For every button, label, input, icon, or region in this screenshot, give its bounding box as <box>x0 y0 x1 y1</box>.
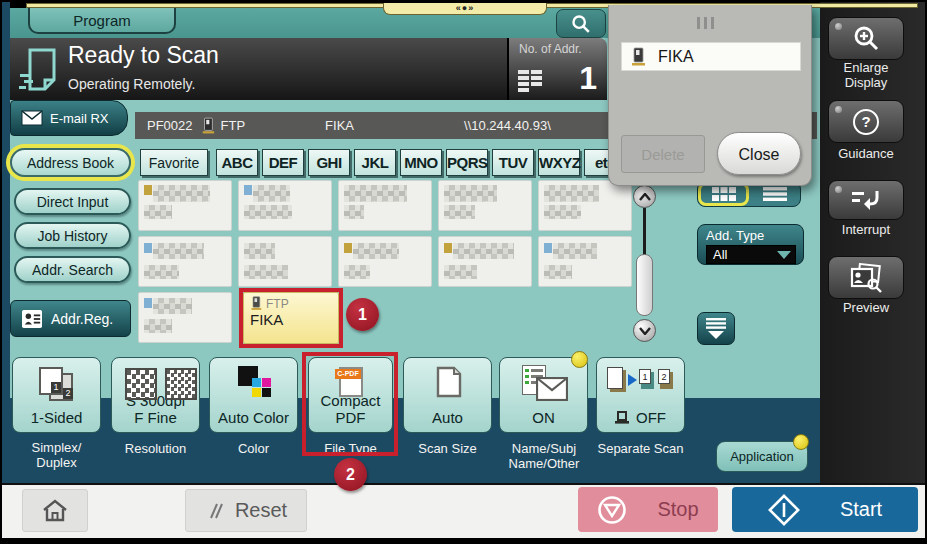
envelope-icon <box>21 110 43 126</box>
led-dot <box>835 23 842 30</box>
menu-addr-reg[interactable]: Addr.Reg. <box>10 300 131 337</box>
led-dot <box>835 186 842 193</box>
scan-document-icon <box>18 46 62 96</box>
tab-def[interactable]: DEF <box>262 149 304 176</box>
separate-scan-value-row: OFF <box>615 409 666 426</box>
start-label: Start <box>840 498 882 521</box>
address-card-redacted[interactable] <box>138 292 232 343</box>
arrow-right-icon <box>628 374 637 386</box>
address-card-redacted[interactable] <box>138 180 232 231</box>
simplex-duplex-button[interactable]: 1 2 1-Sided <box>12 357 101 433</box>
grid-view-icon <box>711 186 737 202</box>
paper-icon <box>436 366 462 398</box>
enlarge-display-label: Enlarge Display <box>820 60 912 90</box>
scan-size-button[interactable]: Auto <box>403 357 492 433</box>
scanner-glyph-icon <box>615 411 629 424</box>
envelope-icon <box>536 377 568 401</box>
address-list-icon <box>517 68 543 94</box>
tab-wxyz[interactable]: WXYZ <box>538 149 580 176</box>
annotation-rect-step2 <box>302 352 398 456</box>
popup-item-fika[interactable]: FIKA <box>621 42 801 71</box>
separate-scan-value: OFF <box>636 409 666 426</box>
color-button[interactable]: Auto Color <box>209 357 298 433</box>
home-button[interactable] <box>22 489 88 532</box>
tab-pqrs[interactable]: PQRS <box>446 149 488 176</box>
destination-name: FIKA <box>325 118 354 133</box>
stop-icon <box>597 495 627 525</box>
ftp-server-icon <box>630 47 646 67</box>
menu-addr-search[interactable]: Addr. Search <box>14 256 131 283</box>
annotation-badge-step2: 2 <box>334 458 367 491</box>
expand-list-button[interactable] <box>697 312 735 345</box>
add-type-dropdown[interactable]: All <box>706 245 796 264</box>
start-button[interactable]: Start <box>732 487 918 532</box>
destination-protocol: FTP <box>221 118 246 133</box>
tab-tuv[interactable]: TUV <box>492 149 534 176</box>
tab-abc[interactable]: ABC <box>216 149 258 176</box>
close-button[interactable]: Close <box>717 132 801 175</box>
address-card-redacted[interactable] <box>338 236 432 287</box>
address-card-redacted[interactable] <box>338 180 432 231</box>
no-of-addr-box: No. of Addr. 1 <box>507 38 607 100</box>
address-card-redacted[interactable] <box>538 180 632 231</box>
interrupt-icon <box>851 189 881 211</box>
popup-drag-handle[interactable] <box>697 17 714 29</box>
address-card-redacted[interactable] <box>138 236 232 287</box>
reset-button[interactable]: Reset <box>185 489 307 532</box>
menu-direct-input[interactable]: Direct Input <box>14 188 131 215</box>
scroll-down-button[interactable] <box>633 319 656 342</box>
delete-button[interactable]: Delete <box>621 135 705 173</box>
status-header: Ready to Scan Operating Remotely. <box>10 38 507 100</box>
preview-button[interactable] <box>828 256 904 299</box>
pull-down-handle[interactable]: «●» <box>383 3 547 15</box>
add-type-box: Add. Type All <box>697 224 804 265</box>
address-card-redacted[interactable] <box>438 236 532 287</box>
tab-ghi[interactable]: GHI <box>308 149 350 176</box>
triangle-down-icon <box>708 331 724 339</box>
list-view-icon <box>762 186 788 202</box>
interrupt-button[interactable] <box>828 180 904 220</box>
color-value: Auto Color <box>218 409 289 426</box>
separate-scan-label: Separate Scan <box>596 441 685 456</box>
tab-jkl[interactable]: JKL <box>354 149 396 176</box>
tab-mno[interactable]: MNO <box>400 149 442 176</box>
reset-slashes-icon <box>205 502 223 520</box>
list-lines-icon <box>706 318 726 329</box>
popup-item-name: FIKA <box>658 48 694 66</box>
left-frame <box>2 2 10 483</box>
menu-address-book[interactable]: Address Book <box>10 148 131 177</box>
email-rx-button[interactable]: E-mail RX <box>10 100 128 136</box>
name-subject-icon <box>522 365 568 401</box>
search-button[interactable] <box>556 9 606 38</box>
menu-job-history[interactable]: Job History <box>14 222 131 249</box>
simplex-label: Simplex/ Duplex <box>12 440 101 470</box>
menu-addr-reg-label: Addr.Reg. <box>51 311 113 327</box>
enlarge-display-button[interactable] <box>828 17 904 60</box>
address-card-redacted[interactable] <box>238 180 332 231</box>
tab-favorite[interactable]: Favorite <box>140 149 208 176</box>
scrollbar-thumb[interactable] <box>636 254 653 316</box>
chevron-down-icon <box>639 327 651 335</box>
guidance-button[interactable]: ? <box>828 100 904 143</box>
separate-scan-icon: 1 2 <box>607 367 677 395</box>
add-type-label: Add. Type <box>706 228 764 243</box>
scroll-up-button[interactable] <box>633 185 656 208</box>
scan-size-value: Auto <box>432 409 463 426</box>
program-tab[interactable]: Program <box>28 8 176 34</box>
reset-label: Reset <box>235 499 287 522</box>
address-card-redacted[interactable] <box>538 236 632 287</box>
address-card-redacted[interactable] <box>238 236 332 287</box>
separate-scan-button[interactable]: 1 2 OFF <box>596 357 685 433</box>
simplex-value: 1-Sided <box>31 409 83 426</box>
scrollbar-track[interactable] <box>643 208 646 256</box>
preview-icon <box>849 263 883 293</box>
chevron-up-icon <box>639 193 651 201</box>
resolution-button[interactable]: S 300dpi F Fine <box>111 357 200 433</box>
interrupt-label: Interrupt <box>820 222 912 237</box>
stop-button[interactable]: Stop <box>578 487 718 532</box>
start-icon <box>768 494 800 526</box>
address-card-redacted[interactable] <box>438 180 532 231</box>
name-subject-button[interactable]: ON <box>499 357 588 433</box>
resolution-checker-icon <box>125 368 197 400</box>
home-icon <box>42 499 68 523</box>
